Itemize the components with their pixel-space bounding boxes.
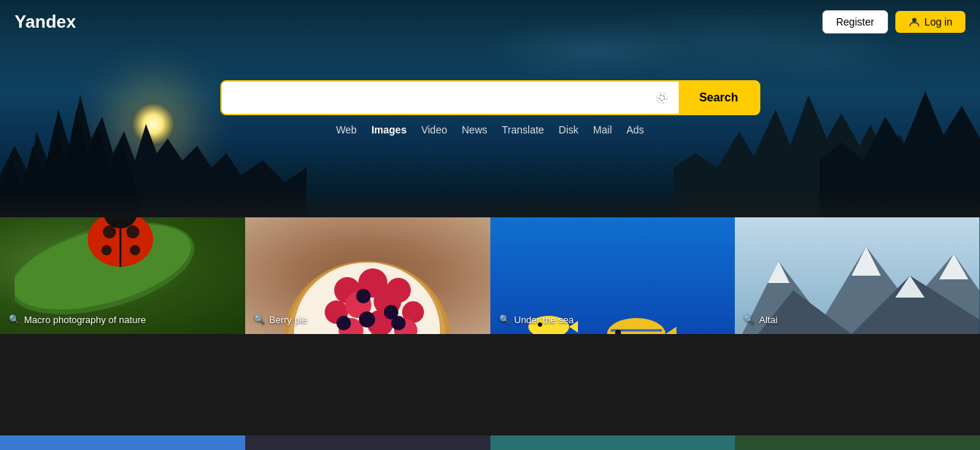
search-area: Search Web Images Video News Translate D… xyxy=(220,80,760,136)
camera-search-button[interactable] xyxy=(645,90,679,106)
svg-point-41 xyxy=(359,311,375,327)
svg-point-6 xyxy=(657,93,668,104)
berrypie-label: 🔍 Berry pie xyxy=(254,314,307,325)
strip-1 xyxy=(0,435,245,450)
header: Yandex Register Log in xyxy=(0,0,980,44)
nav-web[interactable]: Web xyxy=(336,124,357,136)
svg-point-0 xyxy=(912,18,917,23)
ladybug-label: 🔍 Macro photography of nature xyxy=(9,314,146,325)
image-grid: 🔍 Macro photography of nature xyxy=(0,217,980,450)
nav-video[interactable]: Video xyxy=(421,124,447,136)
login-button[interactable]: Log in xyxy=(895,11,965,33)
search-input[interactable] xyxy=(222,82,646,114)
altai-label: 🔍 Altai xyxy=(744,314,777,325)
nav-disk[interactable]: Disk xyxy=(559,124,579,136)
grid-item-altai[interactable]: 🔍 Altai xyxy=(735,217,980,334)
search-icon-altai: 🔍 xyxy=(744,314,755,325)
search-navigation: Web Images Video News Translate Disk Mai… xyxy=(220,124,760,136)
nav-news[interactable]: News xyxy=(462,124,487,136)
bottom-strip xyxy=(0,435,980,450)
logo: Yandex xyxy=(15,12,76,32)
ladybug-label-text: Macro photography of nature xyxy=(24,314,146,325)
svg-point-42 xyxy=(336,316,351,330)
grid-item-ladybug[interactable]: 🔍 Macro photography of nature xyxy=(0,217,245,334)
svg-point-13 xyxy=(126,225,139,238)
strip-3 xyxy=(490,435,736,450)
grid-item-sea[interactable]: 🔍 Under the sea xyxy=(490,217,736,334)
svg-point-12 xyxy=(103,225,116,238)
sea-label-text: Under the sea xyxy=(514,314,574,325)
search-button[interactable]: Search xyxy=(679,82,758,114)
svg-point-39 xyxy=(356,289,371,303)
login-label: Log in xyxy=(925,16,952,28)
nav-ads[interactable]: Ads xyxy=(627,124,644,136)
svg-point-14 xyxy=(101,245,112,255)
register-button[interactable]: Register xyxy=(822,10,888,34)
strip-4 xyxy=(735,435,980,450)
altai-label-text: Altai xyxy=(759,314,777,325)
sea-label: 🔍 Under the sea xyxy=(499,314,574,325)
search-icon-berrypie: 🔍 xyxy=(254,314,265,325)
nav-translate[interactable]: Translate xyxy=(502,124,544,136)
search-bar: Search xyxy=(220,80,760,115)
user-icon xyxy=(908,16,920,28)
header-buttons: Register Log in xyxy=(822,10,965,34)
grid-item-berrypie[interactable]: 🔍 Berry pie xyxy=(245,217,490,334)
logo-text: Yandex xyxy=(15,12,76,31)
svg-point-5 xyxy=(659,95,664,100)
search-icon-ladybug: 🔍 xyxy=(9,314,20,325)
camera-icon xyxy=(654,90,670,106)
svg-point-15 xyxy=(130,245,140,255)
search-icon-sea: 🔍 xyxy=(499,314,510,325)
berrypie-label-text: Berry pie xyxy=(269,314,307,325)
nav-mail[interactable]: Mail xyxy=(593,124,612,136)
ladybug-illustration xyxy=(15,217,245,319)
nav-images[interactable]: Images xyxy=(371,124,406,136)
strip-2 xyxy=(245,435,490,450)
svg-point-43 xyxy=(391,316,406,330)
